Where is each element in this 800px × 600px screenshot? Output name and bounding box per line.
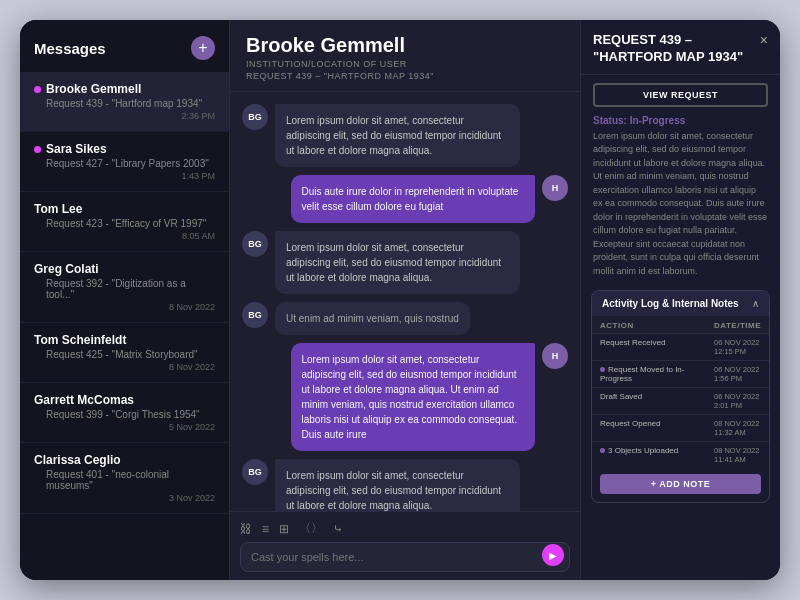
chat-header: Brooke Gemmell INSTITUTION/LOCATION OF U…: [230, 20, 580, 92]
sidebar-item-4[interactable]: Greg Colati Request 392 - "Digitization …: [20, 252, 229, 323]
right-panel-title: REQUEST 439 – "HARTFORD MAP 1934": [593, 32, 756, 66]
close-icon[interactable]: ×: [760, 32, 768, 48]
add-conversation-button[interactable]: +: [191, 36, 215, 60]
sidebar-item-request: Request 399 - "Corgi Thesis 1954": [34, 409, 215, 420]
more-icon[interactable]: ⤷: [333, 522, 343, 536]
sidebar-item-3[interactable]: Tom Lee Request 423 - "Efficacy of VR 19…: [20, 192, 229, 252]
sidebar-item-request: Request 392 - "Digitization as a tool...…: [34, 278, 215, 300]
chat-input[interactable]: [240, 542, 570, 572]
sidebar-item-request: Request 425 - "Matrix Storyboard": [34, 349, 215, 360]
view-request-button[interactable]: VIEW REQUEST: [593, 83, 768, 107]
chat-toolbar: ⛓ ≡ ⊞ 〈〉 ⤷: [240, 520, 570, 537]
right-panel-header: REQUEST 439 – "HARTFORD MAP 1934" ×: [581, 20, 780, 75]
activity-action: Draft Saved: [592, 388, 706, 415]
sidebar-item-time: 2:36 PM: [34, 111, 215, 121]
unread-dot: [34, 146, 41, 153]
sidebar-item-1[interactable]: Brooke Gemmell Request 439 - "Hartford m…: [20, 72, 229, 132]
message-bubble: Lorem ipsum dolor sit amet, consectetur …: [275, 104, 520, 167]
sidebar-item-time: 8:05 AM: [34, 231, 215, 241]
message-row: H Lorem ipsum dolor sit amet, consectetu…: [242, 343, 568, 451]
table-icon[interactable]: ⊞: [279, 522, 289, 536]
sidebar-item-request: Request 439 - "Hartford map 1934": [34, 98, 215, 109]
chat-subtitle-line1: INSTITUTION/LOCATION OF USER: [246, 59, 564, 69]
list-icon[interactable]: ≡: [262, 522, 269, 536]
status-value: In-Progress: [630, 115, 686, 126]
sidebar-item-name: Clarissa Ceglio: [34, 453, 215, 467]
sidebar-item-name: Garrett McComas: [34, 393, 215, 407]
message-row: BG Ut enim ad minim veniam, quis nostrud: [242, 302, 568, 335]
chat-messages: BG Lorem ipsum dolor sit amet, consectet…: [230, 92, 580, 511]
message-row: H Duis aute irure dolor in reprehenderit…: [242, 175, 568, 223]
chat-subtitle-line2: REQUEST 439 – "HARTFORD MAP 1934": [246, 71, 564, 81]
message-row: BG Lorem ipsum dolor sit amet, consectet…: [242, 459, 568, 511]
activity-datetime: 06 NOV 20221:56 PM: [706, 361, 769, 388]
sidebar-item-5[interactable]: Tom Scheinfeldt Request 425 - "Matrix St…: [20, 323, 229, 383]
sidebar-list: Brooke Gemmell Request 439 - "Hartford m…: [20, 72, 229, 580]
message-bubble: Ut enim ad minim veniam, quis nostrud: [275, 302, 470, 335]
sidebar-item-request: Request 427 - "Library Papers 2003": [34, 158, 215, 169]
activity-header-text: Activity Log & Internal Notes: [602, 298, 739, 309]
status-label: Status: In-Progress: [593, 115, 768, 126]
sidebar-item-time: 8 Nov 2022: [34, 362, 215, 372]
activity-section: Activity Log & Internal Notes ∧ ACTION D…: [591, 290, 770, 503]
activity-row: Request Opened 08 NOV 202211:32 AM: [592, 415, 769, 442]
activity-action: Request Opened: [592, 415, 706, 442]
sidebar-item-request: Request 423 - "Efficacy of VR 1997": [34, 218, 215, 229]
right-panel: REQUEST 439 – "HARTFORD MAP 1934" × VIEW…: [580, 20, 780, 580]
activity-row: Request Moved to In-Progress 06 NOV 2022…: [592, 361, 769, 388]
sidebar-item-6[interactable]: Garrett McComas Request 399 - "Corgi The…: [20, 383, 229, 443]
sidebar-title: Messages: [34, 40, 106, 57]
send-button[interactable]: ▶: [542, 544, 564, 566]
activity-action: Request Received: [592, 334, 706, 361]
main-chat: Brooke Gemmell INSTITUTION/LOCATION OF U…: [230, 20, 580, 580]
message-bubble: Lorem ipsum dolor sit amet, consectetur …: [275, 231, 520, 294]
sidebar-item-request: Request 401 - "neo-colonial museums": [34, 469, 215, 491]
status-section: Status: In-Progress Lorem ipsum dolor si…: [581, 107, 780, 285]
sidebar-item-time: 3 Nov 2022: [34, 493, 215, 503]
sidebar-item-time: 5 Nov 2022: [34, 422, 215, 432]
chat-input-wrap: ▶: [240, 542, 570, 572]
avatar: BG: [242, 302, 268, 328]
avatar: BG: [242, 459, 268, 485]
activity-row: 3 Objects Uploaded 08 NOV 202211:41 AM: [592, 442, 769, 469]
message-row: BG Lorem ipsum dolor sit amet, consectet…: [242, 104, 568, 167]
message-row: BG Lorem ipsum dolor sit amet, consectet…: [242, 231, 568, 294]
activity-action: 3 Objects Uploaded: [592, 442, 706, 469]
chat-input-area: ⛓ ≡ ⊞ 〈〉 ⤷ ▶: [230, 511, 580, 580]
chat-user-name: Brooke Gemmell: [246, 34, 564, 57]
activity-row: Draft Saved 06 NOV 20222:01 PM: [592, 388, 769, 415]
status-description: Lorem ipsum dolor sit amet, consectetur …: [593, 130, 768, 279]
sidebar-item-7[interactable]: Clarissa Ceglio Request 401 - "neo-colon…: [20, 443, 229, 514]
activity-header[interactable]: Activity Log & Internal Notes ∧: [592, 291, 769, 316]
dot-icon: [600, 448, 605, 453]
sidebar-item-time: 1:43 PM: [34, 171, 215, 181]
activity-action: Request Moved to In-Progress: [592, 361, 706, 388]
avatar: H: [542, 343, 568, 369]
activity-datetime: 06 NOV 20222:01 PM: [706, 388, 769, 415]
sidebar: Messages + Brooke Gemmell Request 439 - …: [20, 20, 230, 580]
sidebar-item-name: Tom Lee: [34, 202, 215, 216]
sidebar-item-name: Brooke Gemmell: [34, 82, 215, 96]
app-container: Messages + Brooke Gemmell Request 439 - …: [20, 20, 780, 580]
activity-datetime: 06 NOV 202212:15 PM: [706, 334, 769, 361]
activity-datetime: 08 NOV 202211:41 AM: [706, 442, 769, 469]
sidebar-item-2[interactable]: Sara Sikes Request 427 - "Library Papers…: [20, 132, 229, 192]
message-bubble: Lorem ipsum dolor sit amet, consectetur …: [275, 459, 520, 511]
sidebar-item-name: Greg Colati: [34, 262, 215, 276]
activity-datetime: 08 NOV 202211:32 AM: [706, 415, 769, 442]
sidebar-item-time: 8 Nov 2022: [34, 302, 215, 312]
activity-table: ACTION DATE/TIME Request Received 06 NOV…: [592, 316, 769, 468]
message-bubble: Duis aute irure dolor in reprehenderit i…: [291, 175, 536, 223]
avatar: BG: [242, 231, 268, 257]
link-icon[interactable]: ⛓: [240, 522, 252, 536]
action-col-header: ACTION: [592, 316, 706, 334]
activity-chevron-icon: ∧: [752, 298, 759, 309]
status-label-text: Status:: [593, 115, 627, 126]
unread-dot: [34, 86, 41, 93]
activity-row: Request Received 06 NOV 202212:15 PM: [592, 334, 769, 361]
sidebar-item-name: Sara Sikes: [34, 142, 215, 156]
message-bubble: Lorem ipsum dolor sit amet, consectetur …: [291, 343, 536, 451]
sidebar-header: Messages +: [20, 20, 229, 72]
code-icon[interactable]: 〈〉: [299, 520, 323, 537]
add-note-button[interactable]: + ADD NOTE: [600, 474, 761, 494]
